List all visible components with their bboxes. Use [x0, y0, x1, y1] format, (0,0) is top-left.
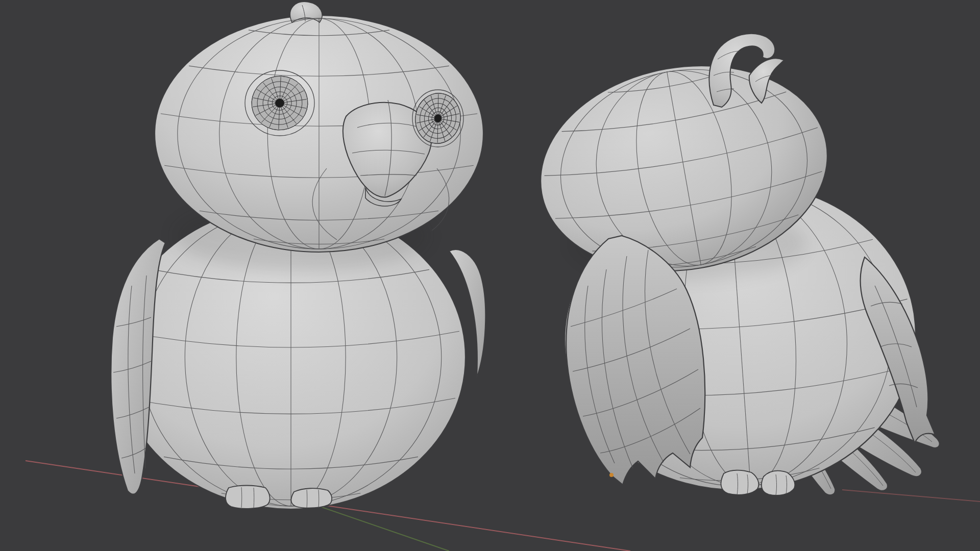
- bird-front-right-eye: [411, 90, 464, 147]
- viewport-canvas[interactable]: [0, 0, 980, 551]
- 3d-cursor-dot: [609, 473, 614, 477]
- 3d-viewport[interactable]: [0, 0, 980, 551]
